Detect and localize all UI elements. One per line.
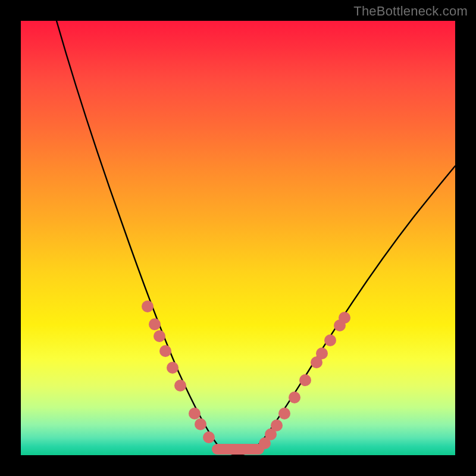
marker-dot [299,374,311,386]
marker-dot [167,362,178,374]
marker-dot [289,392,300,403]
chart-frame: TheBottleneck.com [0,0,476,476]
marker-dot [271,419,283,431]
bottleneck-curve [57,21,455,455]
marker-dot [203,431,215,443]
marker-dot [278,408,290,419]
marker-dot [174,380,186,392]
marker-dot [142,300,154,312]
plot-area [21,21,455,455]
marker-dot [195,418,206,430]
chart-svg [21,21,455,455]
marker-dot [159,345,171,357]
marker-dot [339,312,350,324]
marker-dot [316,347,328,359]
watermark-text: TheBottleneck.com [353,4,468,19]
marker-dot [189,408,201,419]
marker-dot [149,318,161,330]
marker-dot [324,334,336,346]
marker-dot [154,330,165,342]
